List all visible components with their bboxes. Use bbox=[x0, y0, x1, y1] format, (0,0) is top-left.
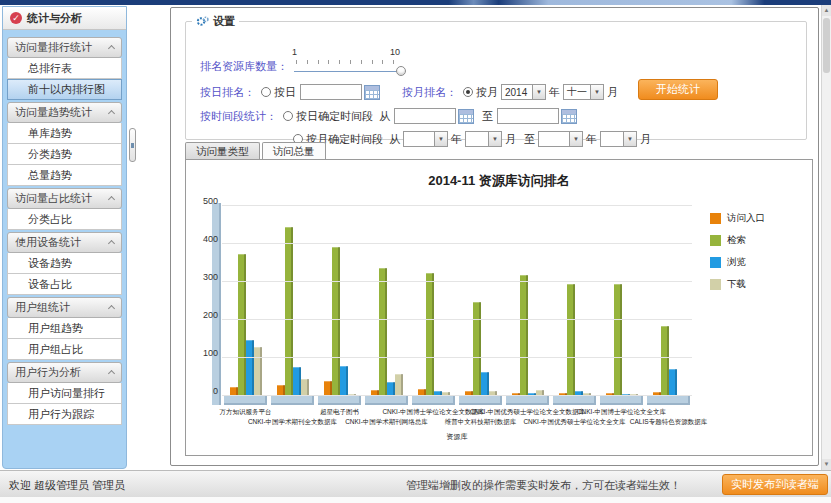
rank-count-slider[interactable]: 1 10 bbox=[294, 51, 402, 81]
to-month-select[interactable]: ▼ bbox=[600, 131, 637, 147]
sidebar-section-header[interactable]: 用户行为分析 bbox=[7, 362, 122, 383]
slider-handle[interactable] bbox=[396, 66, 406, 76]
axis-platform bbox=[459, 396, 502, 405]
sidebar-section-label: 访问量趋势统计 bbox=[15, 105, 92, 120]
axis-platform bbox=[600, 396, 643, 405]
chart-legend: 访问入口检索浏览下载 bbox=[710, 212, 765, 300]
sidebar-section-header[interactable]: 访问量趋势统计 bbox=[7, 102, 122, 123]
period-from-input[interactable] bbox=[394, 108, 456, 124]
axis-platform bbox=[647, 396, 690, 405]
welcome-text: 欢迎 超级管理员 管理员 bbox=[9, 478, 125, 493]
chevron-up-icon bbox=[108, 240, 115, 247]
start-statistics-button[interactable]: 开始统计 bbox=[638, 79, 718, 100]
bar bbox=[481, 372, 489, 396]
bar bbox=[293, 367, 301, 396]
sidebar-item-label: 总排行表 bbox=[28, 61, 72, 76]
chevron-down-icon: ▼ bbox=[590, 85, 603, 99]
chart-plot: 0100200300400500 bbox=[222, 206, 692, 396]
check-badge-icon: ✓ bbox=[10, 12, 22, 24]
sidebar-item[interactable]: 用户组趋势 bbox=[7, 318, 122, 339]
sidebar-section-header[interactable]: 使用设备统计 bbox=[7, 232, 122, 253]
year-select[interactable]: 2014 ▼ bbox=[501, 84, 546, 100]
year-suffix: 年 bbox=[586, 132, 597, 147]
chevron-down-icon: ▼ bbox=[434, 132, 447, 146]
slider-track[interactable] bbox=[294, 71, 402, 72]
sidebar-item[interactable]: 单库趋势 bbox=[7, 123, 122, 144]
gridline bbox=[222, 395, 692, 396]
gridline bbox=[222, 205, 692, 206]
month-select[interactable]: 十一 ▼ bbox=[563, 84, 604, 100]
sidebar-item[interactable]: 用户行为跟踪 bbox=[7, 404, 122, 425]
settings-legend-text: 设置 bbox=[213, 14, 235, 29]
rank-count-label: 排名资源库数量： bbox=[200, 59, 288, 74]
monthly-rank-radio[interactable] bbox=[463, 87, 473, 97]
from-year-select[interactable]: ▼ bbox=[403, 131, 448, 147]
sidebar-item[interactable]: 总量趋势 bbox=[7, 165, 122, 186]
bar bbox=[387, 382, 395, 396]
month-suffix: 月 bbox=[505, 132, 516, 147]
axis-platform bbox=[318, 396, 361, 405]
bar-group bbox=[269, 206, 316, 396]
bar bbox=[614, 284, 622, 396]
chevron-up-icon bbox=[108, 45, 115, 52]
from-month-select[interactable]: ▼ bbox=[465, 131, 502, 147]
to-year-select[interactable]: ▼ bbox=[538, 131, 583, 147]
monthly-rank-label: 按月排名： bbox=[402, 85, 457, 100]
scrollbar-thumb[interactable] bbox=[823, 18, 830, 73]
sidebar-item-label: 设备占比 bbox=[28, 277, 72, 292]
sidebar-item[interactable]: 用户组占比 bbox=[7, 339, 122, 360]
bar-group bbox=[363, 206, 410, 396]
legend-item: 检索 bbox=[710, 234, 765, 247]
calendar-icon[interactable] bbox=[364, 85, 380, 100]
sidebar-item[interactable]: 分类占比 bbox=[7, 209, 122, 230]
legend-item: 访问入口 bbox=[710, 212, 765, 225]
slider-max-label: 10 bbox=[390, 47, 400, 57]
y-tick-label: 100 bbox=[192, 348, 218, 358]
scroll-up-icon[interactable]: ▲ bbox=[822, 5, 831, 16]
sidebar-item[interactable]: 分类趋势 bbox=[7, 144, 122, 165]
legend-swatch bbox=[710, 235, 721, 246]
sidebar-menu: 访问量排行统计总排行表前十以内排行图访问量趋势统计单库趋势分类趋势总量趋势访问量… bbox=[3, 30, 126, 430]
y-tick-label: 500 bbox=[192, 196, 218, 206]
bar bbox=[473, 302, 481, 396]
sidebar-section-header[interactable]: 访问量占比统计 bbox=[7, 188, 122, 209]
bar bbox=[285, 227, 293, 396]
sidebar-collapse-handle[interactable] bbox=[129, 128, 136, 162]
period-to-input[interactable] bbox=[497, 108, 559, 124]
publish-button[interactable]: 实时发布到读者端 bbox=[722, 474, 828, 495]
sidebar-section-header[interactable]: 用户组统计 bbox=[7, 297, 122, 318]
bar bbox=[254, 347, 262, 396]
chevron-down-icon: ▼ bbox=[488, 132, 501, 146]
bar-group bbox=[645, 206, 692, 396]
daily-rank-radio[interactable] bbox=[261, 87, 271, 97]
sidebar-item[interactable]: 前十以内排行图 bbox=[7, 79, 122, 100]
calendar-icon[interactable] bbox=[458, 109, 474, 124]
window-top-strip bbox=[0, 0, 831, 5]
legend-label: 浏览 bbox=[727, 256, 746, 269]
sidebar-item[interactable]: 设备占比 bbox=[7, 274, 122, 295]
bar bbox=[238, 254, 246, 396]
tab-inactive[interactable]: 访问总量 bbox=[262, 142, 326, 160]
legend-item: 浏览 bbox=[710, 256, 765, 269]
sidebar-item-label: 分类趋势 bbox=[28, 147, 72, 162]
axis-platform bbox=[365, 396, 408, 405]
sidebar-section-header[interactable]: 访问量排行统计 bbox=[7, 37, 122, 58]
bar bbox=[661, 326, 669, 396]
tab-active[interactable]: 访问量类型 bbox=[185, 142, 260, 160]
scroll-down-icon[interactable]: ▼ bbox=[822, 459, 831, 470]
axis-platform bbox=[271, 396, 314, 405]
bar bbox=[395, 374, 403, 396]
daily-period-radio[interactable] bbox=[283, 111, 293, 121]
axis-platform bbox=[224, 396, 267, 405]
bar bbox=[324, 381, 332, 396]
sidebar-item[interactable]: 总排行表 bbox=[7, 58, 122, 79]
gridline bbox=[222, 243, 692, 244]
from-label: 从 bbox=[389, 132, 400, 147]
sidebar-item[interactable]: 设备趋势 bbox=[7, 253, 122, 274]
sidebar-section-label: 用户组统计 bbox=[15, 300, 70, 315]
daily-date-input[interactable] bbox=[300, 84, 362, 100]
sidebar-item[interactable]: 用户访问量排行 bbox=[7, 383, 122, 404]
vertical-scrollbar[interactable]: ▲ ▼ bbox=[821, 5, 831, 470]
sidebar-item-label: 设备趋势 bbox=[28, 256, 72, 271]
calendar-icon[interactable] bbox=[561, 109, 577, 124]
